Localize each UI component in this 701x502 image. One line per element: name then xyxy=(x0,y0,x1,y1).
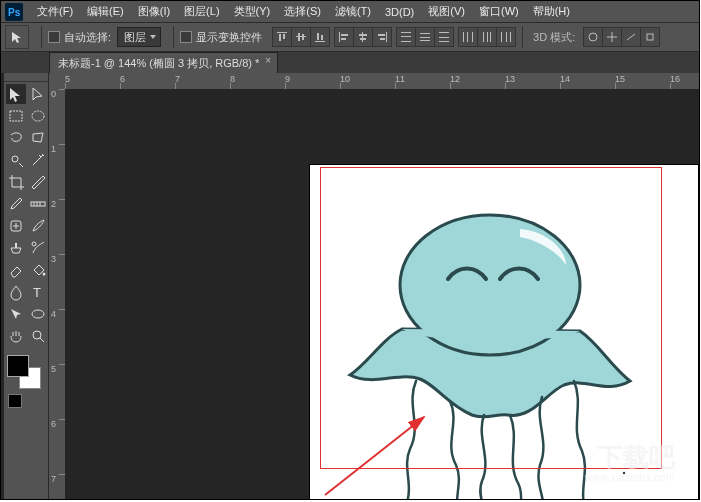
ruler-tick: 15 xyxy=(615,74,625,84)
align-right-icon[interactable] xyxy=(373,27,392,47)
align-top-icon[interactable] xyxy=(272,27,292,47)
ruler-tick: 13 xyxy=(505,74,515,84)
brush-icon[interactable] xyxy=(28,216,48,236)
distribute-top-icon[interactable] xyxy=(396,27,416,47)
mode3d-scale-icon[interactable] xyxy=(641,27,660,47)
svg-rect-25 xyxy=(420,40,430,41)
document-tab[interactable]: 未标题-1 @ 144% (椭圆 3 拷贝, RGB/8) * × xyxy=(49,52,278,74)
svg-rect-7 xyxy=(302,34,304,40)
hand-icon[interactable] xyxy=(6,326,26,346)
paint-bucket-icon[interactable] xyxy=(28,260,48,280)
menu-file[interactable]: 文件(F) xyxy=(30,3,80,20)
history-brush-icon[interactable] xyxy=(28,238,48,258)
poly-lasso-icon[interactable] xyxy=(28,128,48,148)
mode3d-slide-icon[interactable] xyxy=(622,27,641,47)
menu-3d[interactable]: 3D(D) xyxy=(378,5,421,19)
foreground-swatch[interactable] xyxy=(7,355,29,377)
align-left-icon[interactable] xyxy=(334,27,354,47)
checkbox-icon xyxy=(48,31,60,43)
align-bottom-icon[interactable] xyxy=(311,27,330,47)
mode3d-pan-icon[interactable] xyxy=(603,27,622,47)
ruler-icon[interactable] xyxy=(28,194,48,214)
distribute-left-icon[interactable] xyxy=(458,27,478,47)
shape-icon[interactable] xyxy=(28,304,48,324)
ruler-tick: 3 xyxy=(51,254,56,264)
svg-rect-9 xyxy=(317,33,319,40)
ruler-vertical[interactable]: 012345678 xyxy=(49,89,66,499)
svg-rect-27 xyxy=(439,37,449,38)
svg-rect-12 xyxy=(341,34,348,36)
menu-edit[interactable]: 编辑(E) xyxy=(80,3,131,20)
tools-grip-icon[interactable] xyxy=(4,73,48,82)
healing-brush-icon[interactable] xyxy=(6,216,26,236)
mode-3d-group xyxy=(583,27,660,47)
canvas-stage[interactable] xyxy=(65,89,699,499)
distribute-right-icon[interactable] xyxy=(497,27,516,47)
show-transform-checkbox[interactable]: 显示变换控件 xyxy=(180,30,262,45)
svg-rect-19 xyxy=(380,38,385,40)
quick-select-icon[interactable] xyxy=(6,150,26,170)
move-tool-icon[interactable] xyxy=(6,84,26,104)
menu-view[interactable]: 视图(V) xyxy=(421,3,472,20)
svg-rect-13 xyxy=(341,38,346,40)
main-area: T 5678910111213141516 012345678 xyxy=(1,73,699,499)
ruler-tick: 16 xyxy=(670,74,680,84)
clone-stamp-icon[interactable] xyxy=(6,238,26,258)
ruler-tick: 11 xyxy=(395,74,405,84)
menu-window[interactable]: 窗口(W) xyxy=(472,3,526,20)
artboard[interactable] xyxy=(310,165,698,499)
move-tool-preset-icon[interactable] xyxy=(5,25,29,49)
tools-grid: T xyxy=(4,82,48,348)
auto-select-checkbox[interactable]: 自动选择: xyxy=(48,30,111,45)
ruler-tick: 10 xyxy=(340,74,350,84)
blur-icon[interactable] xyxy=(6,282,26,302)
menu-layer[interactable]: 图层(L) xyxy=(177,3,226,20)
ruler-tick: 5 xyxy=(51,364,56,374)
svg-rect-30 xyxy=(467,32,468,42)
ruler-origin[interactable] xyxy=(49,73,66,90)
app-logo-icon: Ps xyxy=(4,2,24,22)
svg-point-52 xyxy=(623,472,625,474)
svg-point-42 xyxy=(12,156,18,162)
svg-rect-34 xyxy=(490,32,491,42)
magic-wand-icon[interactable] xyxy=(28,150,48,170)
close-tab-icon[interactable]: × xyxy=(263,56,273,66)
svg-rect-43 xyxy=(31,202,45,206)
align-vcenter-icon[interactable] xyxy=(292,27,311,47)
auto-select-target-select[interactable]: 图层 xyxy=(117,27,161,47)
svg-rect-29 xyxy=(463,32,464,42)
distribute-hcenter-icon[interactable] xyxy=(478,27,497,47)
eyedropper-icon[interactable] xyxy=(6,194,26,214)
svg-rect-23 xyxy=(420,33,430,34)
path-select-icon[interactable] xyxy=(28,84,48,104)
oval-marquee-icon[interactable] xyxy=(28,106,48,126)
svg-rect-32 xyxy=(483,32,484,42)
ruler-tick: 7 xyxy=(51,474,56,484)
ruler-horizontal[interactable]: 5678910111213141516 xyxy=(65,73,699,90)
menu-select[interactable]: 选择(S) xyxy=(277,3,328,20)
color-swatches[interactable] xyxy=(6,354,46,390)
options-bar: 自动选择: 图层 显示变换控件 xyxy=(1,23,699,52)
menu-filter[interactable]: 滤镜(T) xyxy=(328,3,378,20)
type-icon[interactable]: T xyxy=(28,282,48,302)
zoom-icon[interactable] xyxy=(28,326,48,346)
menu-type[interactable]: 类型(Y) xyxy=(227,3,278,20)
ruler-tick: 1 xyxy=(51,144,56,154)
menu-image[interactable]: 图像(I) xyxy=(131,3,177,20)
align-hcenter-icon[interactable] xyxy=(354,27,373,47)
svg-point-47 xyxy=(43,273,46,276)
svg-rect-40 xyxy=(10,111,22,121)
eraser-icon[interactable] xyxy=(6,260,26,280)
crop-icon[interactable] xyxy=(6,172,26,192)
quick-mask-icon[interactable] xyxy=(8,394,22,408)
arrow-icon[interactable] xyxy=(6,304,26,324)
mode3d-orbit-icon[interactable] xyxy=(583,27,603,47)
jellyfish-drawing xyxy=(310,165,698,499)
distribute-bottom-icon[interactable] xyxy=(435,27,454,47)
distribute-vcenter-icon[interactable] xyxy=(416,27,435,47)
distribute-group xyxy=(396,27,454,47)
rect-marquee-icon[interactable] xyxy=(6,106,26,126)
lasso-icon[interactable] xyxy=(6,128,26,148)
menu-help[interactable]: 帮助(H) xyxy=(526,3,577,20)
slice-icon[interactable] xyxy=(28,172,48,192)
